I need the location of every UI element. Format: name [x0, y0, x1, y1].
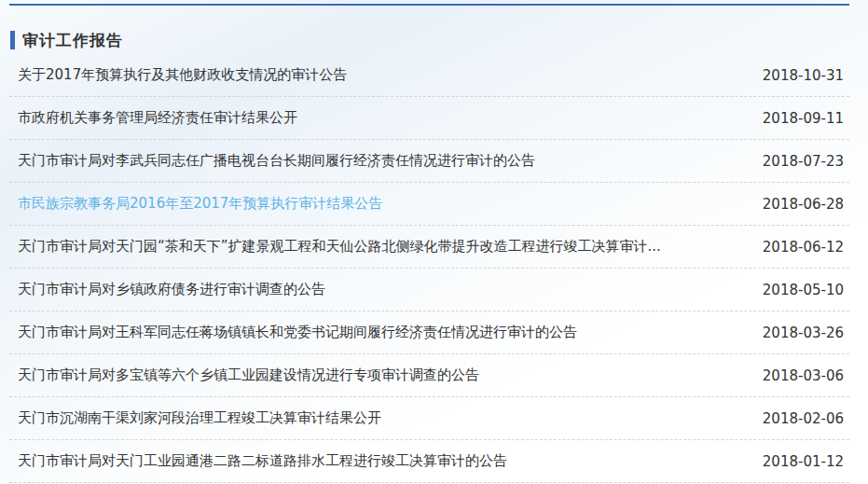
top-divider	[9, 4, 849, 6]
report-link[interactable]: 市政府机关事务管理局经济责任审计结果公开	[18, 109, 744, 127]
report-link[interactable]: 天门市审计局对天门工业园通港二路二标道路排水工程进行竣工决算审计的公告	[18, 452, 744, 470]
report-link[interactable]: 天门市审计局对天门园“茶和天下”扩建景观工程和天仙公路北侧绿化带提升改造工程进行…	[18, 238, 744, 256]
report-date: 2018-07-23	[763, 153, 844, 170]
section-header: 审计工作报告	[10, 30, 849, 50]
report-link[interactable]: 天门市审计局对王科军同志任蒋场镇镇长和党委书记期间履行经济责任情况进行审计的公告	[18, 324, 744, 341]
list-item[interactable]: 天门市审计局对李武兵同志任广播电视台台长期间履行经济责任情况进行审计的公告 20…	[9, 140, 849, 183]
report-link[interactable]: 关于2017年预算执行及其他财政收支情况的审计公告	[18, 66, 744, 84]
report-link[interactable]: 天门市审计局对乡镇政府债务进行审计调查的公告	[18, 281, 744, 298]
report-date: 2018-06-28	[763, 196, 844, 213]
section-title: 审计工作报告	[22, 30, 123, 51]
section-accent-bar	[10, 31, 15, 49]
list-item[interactable]: 天门市审计局对多宝镇等六个乡镇工业园建设情况进行专项审计调查的公告 2018-0…	[9, 354, 849, 397]
report-link[interactable]: 天门市审计局对多宝镇等六个乡镇工业园建设情况进行专项审计调查的公告	[18, 366, 744, 384]
report-link[interactable]: 天门市沉湖南干渠刘家河段治理工程竣工决算审计结果公开	[18, 409, 744, 427]
list-item[interactable]: 市政府机关事务管理局经济责任审计结果公开 2018-09-11	[9, 97, 849, 140]
report-date: 2018-03-06	[763, 367, 844, 384]
report-date: 2018-03-26	[763, 325, 844, 341]
audit-report-page: 审计工作报告 关于2017年预算执行及其他财政收支情况的审计公告 2018-10…	[0, 4, 868, 483]
report-date: 2018-02-06	[763, 410, 844, 427]
list-item[interactable]: 天门市审计局对乡镇政府债务进行审计调查的公告 2018-05-10	[9, 269, 849, 311]
report-list: 关于2017年预算执行及其他财政收支情况的审计公告 2018-10-31 市政府…	[9, 54, 849, 483]
list-item[interactable]: 天门市审计局对王科军同志任蒋场镇镇长和党委书记期间履行经济责任情况进行审计的公告…	[9, 311, 849, 354]
report-date: 2018-01-12	[763, 453, 844, 470]
list-item[interactable]: 关于2017年预算执行及其他财政收支情况的审计公告 2018-10-31	[9, 54, 849, 97]
report-link[interactable]: 天门市审计局对李武兵同志任广播电视台台长期间履行经济责任情况进行审计的公告	[18, 152, 744, 170]
list-item[interactable]: 市民族宗教事务局2016年至2017年预算执行审计结果公告 2018-06-28	[9, 183, 849, 226]
list-item[interactable]: 天门市审计局对天门园“茶和天下”扩建景观工程和天仙公路北侧绿化带提升改造工程进行…	[9, 226, 849, 269]
report-date: 2018-05-10	[763, 282, 844, 298]
report-date: 2018-06-12	[763, 239, 844, 256]
report-link[interactable]: 市民族宗教事务局2016年至2017年预算执行审计结果公告	[18, 195, 744, 213]
list-item[interactable]: 天门市审计局对天门工业园通港二路二标道路排水工程进行竣工决算审计的公告 2018…	[9, 440, 849, 483]
report-date: 2018-10-31	[763, 67, 844, 84]
list-item[interactable]: 天门市沉湖南干渠刘家河段治理工程竣工决算审计结果公开 2018-02-06	[9, 397, 849, 440]
report-date: 2018-09-11	[763, 110, 844, 127]
